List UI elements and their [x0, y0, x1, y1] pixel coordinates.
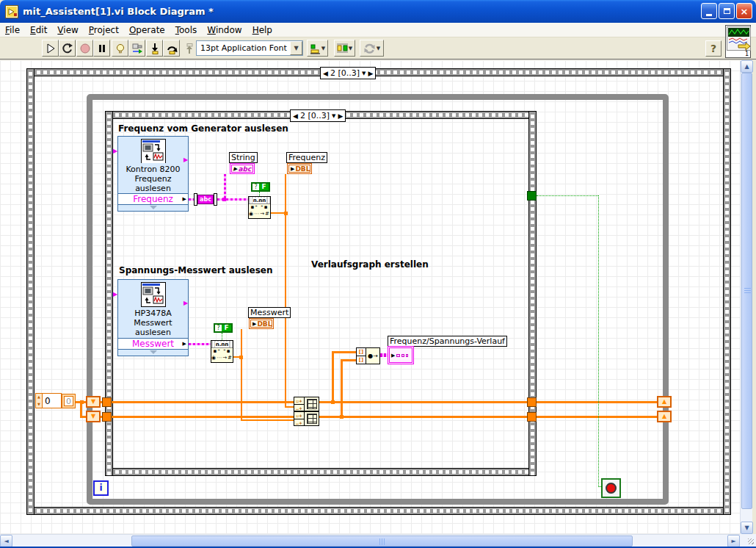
boolean-false-value: F: [222, 325, 231, 331]
font-selector[interactable]: 13pt Application Font ▼: [196, 40, 303, 56]
numeric-constant-zero[interactable]: ▲▼ 0: [35, 393, 62, 408]
dropdown-icon[interactable]: ▼: [362, 71, 366, 76]
horizontal-scrollbar-thumb[interactable]: [131, 536, 633, 547]
menu-project[interactable]: Project: [84, 24, 124, 37]
retain-wire-values-button[interactable]: [128, 40, 145, 57]
vertical-scrollbar[interactable]: ▲ ▼: [740, 60, 752, 534]
resize-grip[interactable]: [740, 534, 756, 547]
scroll-down-button[interactable]: ▼: [741, 522, 753, 534]
step-over-button[interactable]: [163, 40, 180, 57]
distribute-objects-button[interactable]: ▼: [334, 40, 355, 57]
bundle-node[interactable]: [] [] ●→: [356, 347, 380, 364]
output-arrow-icon: ▶: [183, 196, 186, 202]
express-vi-hp3478a[interactable]: HP3478A Messwert auslesen Messwert ▶: [117, 279, 189, 356]
vertical-scrollbar-thumb[interactable]: [741, 73, 752, 509]
close-button[interactable]: ×: [736, 3, 752, 19]
menu-edit[interactable]: Edit: [25, 24, 52, 37]
outer-sequence-selector[interactable]: ◀ 2 [0..3] ▼ ▶: [320, 67, 376, 79]
context-help-button[interactable]: ?: [705, 40, 722, 57]
wire-string-3: [189, 343, 211, 345]
false-constant[interactable]: ? F: [214, 323, 233, 333]
xy-graph-indicator-terminal[interactable]: ▶: [388, 346, 414, 364]
indicator-label-graph[interactable]: Frequenz/Spannungs-Verlauf: [388, 336, 507, 347]
shift-register-right[interactable]: ▲: [657, 411, 672, 422]
menu-operate[interactable]: Operate: [124, 24, 170, 37]
shift-register-right[interactable]: ▲: [657, 396, 672, 408]
indicator-label-string[interactable]: String: [229, 152, 258, 163]
outer-sequence-selector-label[interactable]: 2 [0..3]: [330, 68, 360, 78]
minimize-button[interactable]: [701, 3, 717, 19]
express-vi-output-frequenz[interactable]: Frequenz ▶: [118, 193, 188, 205]
abort-button[interactable]: [76, 40, 93, 57]
scroll-right-button[interactable]: ►: [727, 535, 740, 547]
inner-sequence-selector[interactable]: ◀ 2 [0..3] ▼ ▶: [290, 109, 346, 122]
trim-whitespace-node[interactable]: abc: [194, 193, 217, 206]
next-frame-icon[interactable]: ▶: [338, 112, 343, 120]
step-into-button[interactable]: [146, 40, 163, 57]
menu-help[interactable]: Help: [247, 24, 277, 37]
run-continuous-button[interactable]: [59, 40, 76, 57]
menu-file[interactable]: File: [0, 24, 25, 37]
inner-sequence-bottom-border[interactable]: [105, 468, 537, 476]
tunnel-boolean[interactable]: [527, 191, 537, 201]
title-bar[interactable]: mit_Assistent[1].vi Block Diagram * ×: [0, 0, 756, 23]
maximize-button[interactable]: [719, 3, 735, 19]
previous-frame-icon[interactable]: ◀: [293, 112, 298, 120]
array-constant[interactable]: 0: [62, 394, 76, 408]
step-out-button[interactable]: [181, 40, 197, 57]
reorder-objects-button[interactable]: ▼: [360, 40, 384, 57]
outer-sequence-right-border[interactable]: [723, 68, 731, 515]
dropdown-icon[interactable]: ▼: [332, 113, 335, 119]
express-vi-output-messwert[interactable]: Messwert ▶: [118, 338, 188, 350]
shift-register-left[interactable]: ▼: [86, 411, 101, 422]
build-array-node[interactable]: ▫+ ‥+: [294, 411, 319, 426]
font-selector-dropdown[interactable]: ▼: [290, 41, 302, 55]
dropdown-icon: ▼: [377, 46, 380, 51]
run-button[interactable]: [42, 40, 59, 57]
vi-icon-image: [727, 26, 751, 51]
tunnel-array[interactable]: [102, 397, 112, 407]
window-title: mit_Assistent[1].vi Block Diagram *: [23, 6, 214, 17]
outer-sequence-top-border[interactable]: [26, 68, 731, 76]
false-constant[interactable]: ? F: [251, 182, 270, 192]
increment-decrement-icon[interactable]: ▲▼: [36, 394, 43, 408]
align-objects-button[interactable]: ▼: [307, 40, 328, 57]
indicator-label-messwert[interactable]: Messwert: [248, 307, 291, 318]
expand-chevron-icon[interactable]: [150, 350, 157, 356]
scroll-up-button[interactable]: ▲: [741, 60, 753, 73]
tunnel-array[interactable]: [527, 397, 537, 407]
vi-icon[interactable]: 1: [725, 25, 751, 58]
scroll-left-button[interactable]: ◄: [0, 535, 12, 547]
scan-glyph-row: ◉⋯→#: [249, 211, 270, 217]
menu-window[interactable]: Window: [202, 24, 247, 37]
frequenz-dbl-indicator-terminal[interactable]: ▶DBL: [287, 163, 312, 174]
shift-register-left[interactable]: ▼: [86, 396, 101, 408]
inner-sequence-selector-label[interactable]: 2 [0..3]: [300, 111, 330, 120]
pause-button[interactable]: [93, 40, 110, 57]
previous-frame-icon[interactable]: ◀: [323, 70, 328, 77]
horizontal-scrollbar[interactable]: ◄ ►: [0, 534, 740, 547]
indicator-label-frequenz[interactable]: Frequenz: [286, 152, 327, 163]
messwert-dbl-indicator-terminal[interactable]: ▶DBL: [249, 318, 274, 329]
next-frame-icon[interactable]: ▶: [368, 70, 373, 77]
tunnel-array[interactable]: [102, 412, 112, 422]
wire-junction: [284, 212, 288, 215]
section-label-graph: Verlaufsgraph erstellen: [311, 259, 429, 270]
highlight-execution-button[interactable]: [112, 40, 128, 57]
outer-sequence-left-border[interactable]: [26, 68, 34, 515]
loop-condition-terminal[interactable]: [601, 478, 621, 498]
scan-from-string-node[interactable]: n.nn ▪⁺ ⁺▪ ◉⋯→#: [211, 340, 233, 363]
outer-sequence-bottom-border[interactable]: [26, 507, 731, 515]
string-indicator-terminal[interactable]: ▶abc: [230, 163, 255, 174]
scan-from-string-node[interactable]: n.nn ▪⁺ ⁺▪ ◉⋯→#: [248, 196, 271, 219]
menu-view[interactable]: View: [52, 24, 83, 37]
run-continuous-icon: [62, 43, 73, 54]
tunnel-array[interactable]: [527, 412, 537, 422]
menu-tools[interactable]: Tools: [170, 24, 203, 37]
build-array-node[interactable]: ▫+ ‥+: [294, 397, 319, 411]
scan-glyph-row: ▪⁺ ⁺▪: [211, 348, 233, 355]
expand-chevron-icon[interactable]: [150, 205, 157, 211]
express-vi-kontron[interactable]: Kontron 8200 Frequenz auslesen Frequenz …: [117, 136, 189, 212]
block-diagram-canvas[interactable]: ◀ 2 [0..3] ▼ ▶ ◀ 2 [0..3] ▼ ▶: [0, 60, 740, 534]
loop-iteration-terminal[interactable]: i: [93, 480, 109, 496]
